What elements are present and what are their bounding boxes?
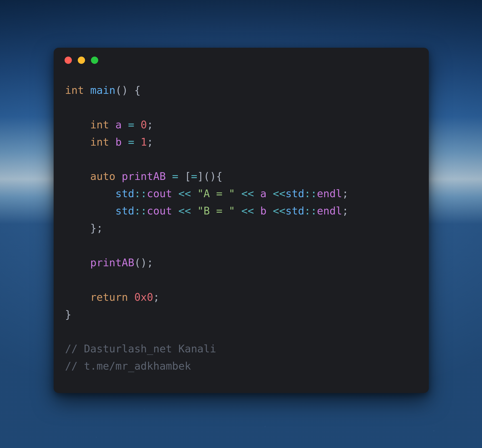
code-token: << xyxy=(273,205,285,217)
code-token: << xyxy=(241,188,254,200)
code-token: << xyxy=(273,188,285,200)
code-token xyxy=(235,205,241,217)
code-token: a xyxy=(260,188,267,200)
code-window: int main() { int a = 0; int b = 1; auto … xyxy=(54,48,429,393)
code-token: = xyxy=(128,118,134,131)
code-token: = xyxy=(191,170,197,182)
code-token: printAB xyxy=(90,257,134,269)
code-token: "A = " xyxy=(197,188,235,200)
minimize-icon[interactable] xyxy=(78,56,85,64)
code-token: } xyxy=(65,308,71,321)
code-token xyxy=(109,118,115,131)
code-token: :: xyxy=(134,188,147,200)
code-area: int main() { int a = 0; int b = 1; auto … xyxy=(54,73,429,393)
code-token: int xyxy=(65,84,84,96)
code-token: (); xyxy=(134,257,153,269)
code-token: std xyxy=(115,188,134,200)
code-token: :: xyxy=(134,205,147,217)
code-token xyxy=(166,170,172,182)
code-token: ](){ xyxy=(197,170,223,182)
code-token xyxy=(172,188,178,200)
code-token: a xyxy=(115,118,122,131)
code-token: 1 xyxy=(141,136,147,148)
code-token: ; xyxy=(342,205,349,217)
code-token: :: xyxy=(304,188,317,200)
code-token: }; xyxy=(65,222,103,234)
code-token xyxy=(84,84,90,96)
zoom-icon[interactable] xyxy=(91,56,98,64)
code-token xyxy=(266,188,273,200)
code-token xyxy=(65,188,115,200)
code-token: << xyxy=(241,205,254,217)
code-token: ; xyxy=(342,188,349,200)
code-token xyxy=(172,205,178,217)
code-token xyxy=(254,188,260,200)
code-block: int main() { int a = 0; int b = 1; auto … xyxy=(65,82,418,375)
code-token: b xyxy=(260,205,267,217)
code-token xyxy=(65,136,90,148)
code-token: auto xyxy=(90,170,115,182)
code-token: = xyxy=(172,170,178,182)
code-token: // t.me/mr_adkhambek xyxy=(65,360,191,372)
code-token xyxy=(254,205,260,217)
code-token xyxy=(109,136,115,148)
code-token xyxy=(115,170,122,182)
code-token xyxy=(235,188,241,200)
code-token xyxy=(65,257,90,269)
code-token: "B = " xyxy=(197,205,235,217)
code-token xyxy=(191,205,197,217)
code-token xyxy=(128,291,134,303)
code-token: printAB xyxy=(122,170,166,182)
code-token: return xyxy=(90,291,128,303)
code-token xyxy=(134,136,141,148)
code-token: int xyxy=(90,118,109,131)
code-token xyxy=(191,188,197,200)
code-token xyxy=(134,118,141,131)
code-token: endl xyxy=(317,188,342,200)
code-token: std xyxy=(285,188,304,200)
code-token: 0x0 xyxy=(134,291,153,303)
code-token: () { xyxy=(115,84,141,96)
code-token: // Dasturlash_net Kanali xyxy=(65,343,216,355)
code-token xyxy=(266,205,273,217)
code-token: :: xyxy=(304,205,317,217)
close-icon[interactable] xyxy=(64,56,72,64)
code-token: = xyxy=(128,136,134,148)
code-token: cout xyxy=(147,188,172,200)
code-token: ; xyxy=(153,291,160,303)
code-token: b xyxy=(115,136,122,148)
code-token: << xyxy=(178,188,191,200)
code-token: int xyxy=(90,136,109,148)
code-token: main xyxy=(90,84,115,96)
code-token: endl xyxy=(317,205,342,217)
code-token: ; xyxy=(147,136,153,148)
code-token xyxy=(65,118,90,131)
code-token xyxy=(122,136,128,148)
window-titlebar xyxy=(54,48,429,73)
code-token: << xyxy=(178,205,191,217)
code-token: [ xyxy=(178,170,191,182)
code-token: cout xyxy=(147,205,172,217)
code-token xyxy=(122,118,128,131)
code-token: std xyxy=(115,205,134,217)
code-token: ; xyxy=(147,118,153,131)
code-token xyxy=(65,205,115,217)
code-token: 0 xyxy=(141,118,147,131)
code-token: std xyxy=(285,205,304,217)
code-token xyxy=(65,291,90,303)
code-token xyxy=(65,170,90,182)
